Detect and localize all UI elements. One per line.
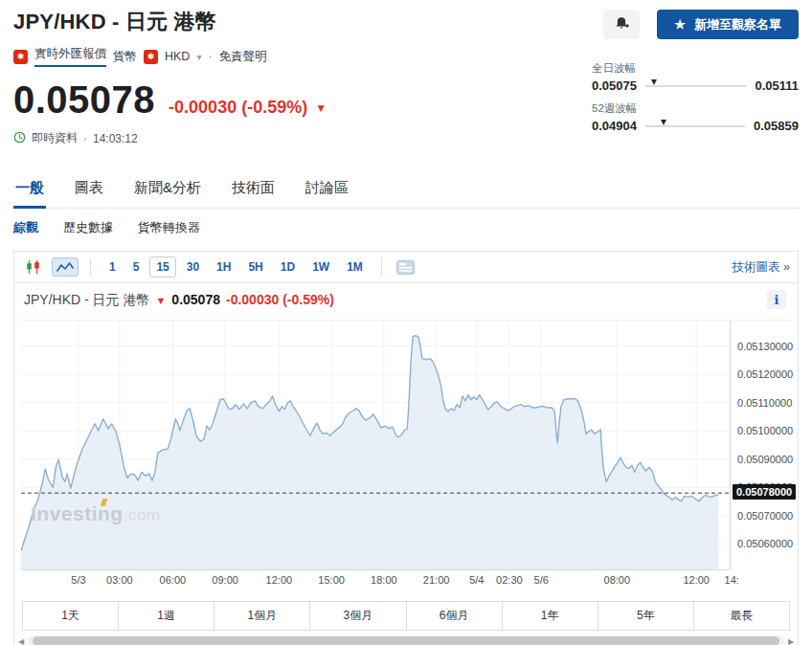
period-1d[interactable]: 1天 [23, 602, 119, 630]
toolbar-divider [381, 258, 382, 276]
day-range-low: 0.05075 [592, 78, 637, 93]
x-tick: 5/4 [469, 574, 484, 586]
chart-down-arrow-icon: ▼ [155, 295, 166, 306]
sub-tabs: 綜觀歷史數據貨幣轉換器 [13, 219, 799, 236]
tab-general[interactable]: 一般 [13, 173, 46, 209]
add-to-watchlist-label: 新增至觀察名單 [694, 16, 781, 33]
y-tick: 0.05090000 [737, 454, 793, 465]
disclaimer-link[interactable]: 免責聲明 [219, 49, 267, 65]
period-selector: 1天1週1個月3個月6個月1年5年最長 [22, 601, 790, 631]
x-tick: 08:00 [604, 574, 631, 586]
tab-comments[interactable]: 討論區 [304, 173, 350, 209]
star-icon: ★ [674, 17, 686, 32]
realtime-label: 即時資料 [32, 130, 78, 146]
x-tick: 06:00 [160, 574, 187, 586]
bell-plus-icon [614, 15, 630, 34]
main-tabs: 一般圖表新聞&分析技術面討論區 [13, 173, 799, 209]
scroll-right-icon[interactable]: ▶ [786, 637, 796, 645]
chart-last-price: 0.05078 [171, 292, 220, 307]
timeframe-1M[interactable]: 1M [340, 256, 370, 278]
dot-separator: · [208, 50, 212, 63]
candlestick-chart-button[interactable] [22, 257, 45, 277]
period-3mo[interactable]: 3個月 [310, 602, 406, 630]
week52-range-track [645, 125, 745, 127]
info-icon[interactable]: i [767, 290, 786, 309]
timeframe-5H[interactable]: 5H [241, 256, 269, 278]
timeframe-1D[interactable]: 1D [274, 256, 302, 278]
price-chart[interactable]: Investing.com [21, 320, 730, 570]
period-max[interactable]: 最長 [694, 602, 789, 630]
chart-header: JPY/HKD - 日元 港幣 ▼ 0.05078 -0.00030 (-0.5… [24, 292, 334, 309]
last-price: 0.05078 [13, 78, 155, 122]
x-tick: 02:30 [496, 574, 523, 586]
timeframe-1H[interactable]: 1H [210, 256, 237, 278]
x-tick: 5/6 [534, 574, 549, 586]
header-actions: ★ 新增至觀察名單 [603, 10, 799, 39]
range-indicators: 全日波幅 0.05075 0.05111 52週波幅 0.04904 0.058… [592, 61, 799, 142]
x-tick: 15:00 [318, 574, 345, 586]
x-tick: 12:00 [266, 574, 293, 586]
tab-chart[interactable]: 圖表 [73, 173, 105, 209]
subtab-historical-data[interactable]: 歷史數據 [63, 219, 113, 236]
news-panel-button[interactable] [394, 258, 417, 277]
x-tick: 09:00 [212, 574, 238, 586]
time-axis[interactable]: 5/303:0006:0009:0012:0015:0018:0021:005/… [21, 570, 741, 588]
down-arrow-icon: ▼ [315, 101, 327, 115]
day-range-track [645, 85, 746, 87]
chart-symbol: JPY/HKD - 日元 港幣 [24, 292, 149, 309]
tab-technical[interactable]: 技術面 [230, 173, 277, 209]
subtab-currency-converter[interactable]: 貨幣轉換器 [138, 219, 200, 236]
timeframe-1[interactable]: 1 [102, 256, 123, 278]
timeframe-30[interactable]: 30 [180, 256, 206, 278]
period-1y[interactable]: 1年 [503, 602, 598, 630]
x-tick: 21:00 [423, 574, 450, 586]
hk-flag-icon: ✱ [13, 50, 28, 64]
timeframe-5[interactable]: 5 [126, 256, 147, 278]
chart-change: -0.00030 (-0.59%) [226, 292, 334, 307]
timeframe-1W[interactable]: 1W [305, 256, 336, 278]
alert-button[interactable] [603, 10, 640, 39]
quote-time: 14:03:12 [93, 132, 138, 145]
technical-chart-link[interactable]: 技術圖表 » [733, 259, 790, 276]
period-6mo[interactable]: 6個月 [407, 602, 503, 630]
chart-body: JPY/HKD - 日元 港幣 ▼ 0.05078 -0.00030 (-0.5… [14, 283, 798, 591]
day-range-high: 0.05111 [755, 78, 799, 93]
week52-range-label: 52週波幅 [592, 101, 799, 116]
hk-flag-icon: ✱ [144, 50, 158, 64]
clock-icon [13, 131, 26, 146]
timeframe-15[interactable]: 15 [149, 256, 175, 278]
tab-news-analysis[interactable]: 新聞&分析 [132, 173, 203, 209]
price-axis[interactable]: 0.051300000.051200000.051100000.05100000… [730, 320, 798, 570]
scrollbar-track[interactable] [28, 635, 784, 645]
current-price-badge: 0.05078000 [733, 484, 796, 500]
add-to-watchlist-button[interactable]: ★ 新增至觀察名單 [657, 10, 799, 39]
period-1mo[interactable]: 1個月 [214, 602, 310, 630]
scroll-left-icon[interactable]: ◀ [16, 637, 26, 645]
dot-separator: · [83, 132, 87, 145]
page-header: JPY/HKD - 日元 港幣 ★ 新增至觀察名單 [13, 8, 799, 39]
realtime-quote-link[interactable]: 實時外匯報價 [34, 46, 106, 67]
y-tick: 0.05120000 [737, 368, 793, 380]
week52-range-marker [661, 120, 666, 125]
area-chart-button[interactable] [52, 257, 79, 277]
period-1w[interactable]: 1週 [119, 602, 214, 630]
timeframe-group: 1515301H5H1D1W1M [102, 256, 370, 278]
subtab-overview[interactable]: 綜觀 [13, 219, 38, 236]
toolbar-divider [90, 258, 91, 276]
price-change: -0.00030 (-0.59%) ▼ [169, 98, 327, 118]
day-range-marker [651, 79, 657, 85]
currency-label: 貨幣 [113, 49, 137, 65]
period-5y[interactable]: 5年 [598, 602, 694, 630]
x-tick: 5/3 [71, 574, 85, 586]
x-tick: 12:00 [683, 574, 710, 586]
y-tick: 0.05130000 [737, 341, 793, 352]
chart-toolbar: 1515301H5H1D1W1M 技術圖表 » [14, 252, 798, 283]
x-tick: 14: [725, 574, 739, 586]
change-value: -0.00030 (-0.59%) [169, 98, 307, 118]
day-range-label: 全日波幅 [592, 61, 799, 76]
week52-range: 52週波幅 0.04904 0.05859 [592, 101, 799, 133]
scrollbar-thumb[interactable] [33, 636, 780, 645]
chevron-down-icon[interactable]: ▾ [196, 52, 201, 62]
x-tick: 03:00 [106, 574, 133, 586]
currency-code[interactable]: HKD [165, 50, 190, 63]
